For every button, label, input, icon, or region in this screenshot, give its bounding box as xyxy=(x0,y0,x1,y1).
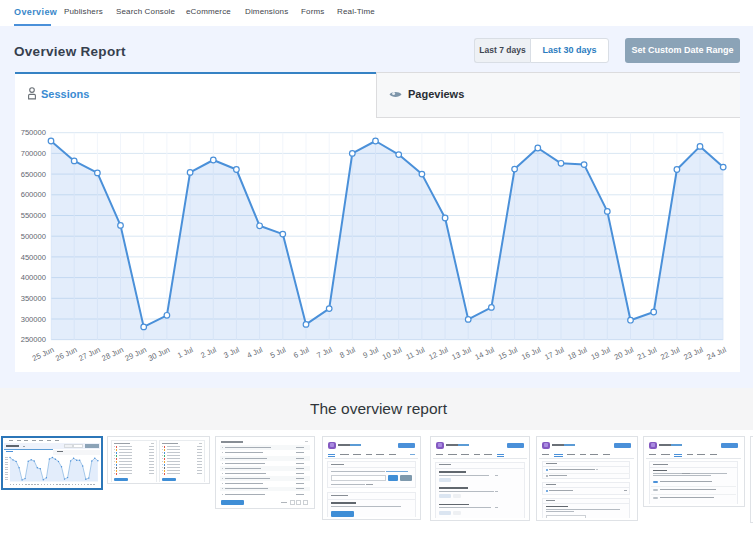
svg-text:12 Jul: 12 Jul xyxy=(427,345,449,362)
svg-text:28 Jun: 28 Jun xyxy=(100,345,124,363)
svg-text:300000: 300000 xyxy=(21,315,46,324)
svg-text:23 Jul: 23 Jul xyxy=(682,345,704,362)
svg-text:19 Jul: 19 Jul xyxy=(589,345,611,362)
svg-text:3 Jul: 3 Jul xyxy=(222,345,241,360)
svg-text:21 Jul: 21 Jul xyxy=(636,345,658,362)
svg-text:18 Jul: 18 Jul xyxy=(566,345,588,362)
svg-text:15 Jul: 15 Jul xyxy=(497,345,519,362)
svg-text:16 Jul: 16 Jul xyxy=(520,345,542,362)
svg-text:650000: 650000 xyxy=(21,170,46,179)
svg-text:17 Jul: 17 Jul xyxy=(543,345,565,362)
svg-text:9 Jul: 9 Jul xyxy=(361,345,380,360)
svg-text:27 Jun: 27 Jun xyxy=(77,345,101,363)
svg-text:24 Jul: 24 Jul xyxy=(705,345,727,362)
svg-text:4 Jul: 4 Jul xyxy=(246,345,265,360)
svg-text:11 Jul: 11 Jul xyxy=(405,345,427,362)
svg-text:22 Jul: 22 Jul xyxy=(659,345,681,362)
svg-text:350000: 350000 xyxy=(21,294,46,303)
svg-text:25 Jun: 25 Jun xyxy=(31,345,55,363)
svg-text:26 Jun: 26 Jun xyxy=(54,345,78,363)
svg-text:550000: 550000 xyxy=(21,211,46,220)
svg-text:5 Jul: 5 Jul xyxy=(269,345,288,360)
svg-text:29 Jun: 29 Jun xyxy=(124,345,148,363)
svg-text:13 Jul: 13 Jul xyxy=(450,345,472,362)
svg-text:700000: 700000 xyxy=(21,149,46,158)
svg-text:20 Jul: 20 Jul xyxy=(613,345,635,362)
svg-text:450000: 450000 xyxy=(21,253,46,262)
svg-text:500000: 500000 xyxy=(21,232,46,241)
svg-text:600000: 600000 xyxy=(21,190,46,199)
svg-text:10 Jul: 10 Jul xyxy=(381,345,403,362)
svg-text:400000: 400000 xyxy=(21,273,46,282)
svg-text:750000: 750000 xyxy=(21,128,46,137)
svg-text:8 Jul: 8 Jul xyxy=(338,345,357,360)
svg-text:7 Jul: 7 Jul xyxy=(315,345,334,360)
svg-text:250000: 250000 xyxy=(21,335,46,344)
svg-text:1 Jul: 1 Jul xyxy=(176,345,195,360)
svg-text:2 Jul: 2 Jul xyxy=(199,345,218,360)
svg-text:30 Jun: 30 Jun xyxy=(147,345,171,363)
svg-text:14 Jul: 14 Jul xyxy=(474,345,496,362)
svg-text:6 Jul: 6 Jul xyxy=(292,345,311,360)
